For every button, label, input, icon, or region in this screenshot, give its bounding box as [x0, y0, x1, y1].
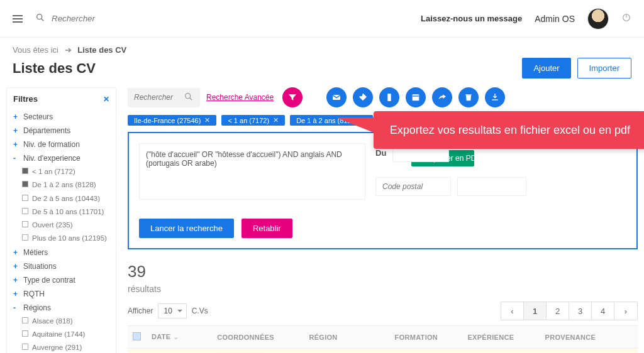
download-icon[interactable] [485, 87, 505, 107]
advanced-search-link[interactable]: Recherche Avancée [206, 93, 274, 102]
leave-message-link[interactable]: Laissez-nous un message [421, 14, 522, 23]
filter-sub-item[interactable]: Auvergne (291) [22, 341, 109, 353]
filters-title: Filtres [13, 94, 38, 104]
svg-point-4 [186, 93, 191, 98]
mail-icon[interactable] [326, 87, 347, 107]
toolbar-search-wrap [128, 88, 200, 107]
checkbox[interactable] [22, 208, 28, 214]
filter-sub-item[interactable]: Ouvert (235) [22, 219, 109, 232]
checkbox[interactable] [22, 168, 28, 174]
add-button[interactable]: Ajouter [522, 58, 570, 79]
trash-icon[interactable] [458, 87, 479, 107]
col-coord[interactable]: COORDONNÉES [212, 326, 304, 349]
global-search-input[interactable] [52, 14, 177, 23]
filter-icon[interactable] [282, 87, 303, 107]
import-button[interactable]: Importer [577, 58, 631, 79]
postal-code-input[interactable] [375, 177, 451, 196]
results-table: DATE ⌄ COORDONNÉES RÉGION FORMATION EXPÉ… [128, 325, 638, 353]
filter-sub-item[interactable]: Alsace (818) [22, 315, 109, 328]
filter-item[interactable]: RQTH [13, 287, 109, 301]
col-provenance[interactable]: PROVENANCE [540, 326, 638, 349]
breadcrumb: Vous êtes ici ➔ Liste des CV [0, 38, 644, 55]
page-number[interactable]: 3 [569, 302, 592, 320]
calendar-icon[interactable] [406, 87, 426, 107]
date-from-label: Du [375, 148, 386, 158]
topbar: Laissez-nous un message Admin OS [0, 0, 644, 38]
breadcrumb-root: Vous êtes ici [13, 45, 58, 55]
close-icon[interactable]: ✕ [103, 95, 109, 104]
checkbox[interactable] [22, 317, 28, 323]
page-next[interactable]: › [614, 302, 637, 320]
chevron-down-icon: ⌄ [173, 333, 179, 340]
page-number[interactable]: 1 [524, 302, 547, 320]
filter-item[interactable]: Régions [13, 301, 109, 315]
filter-item[interactable]: Métiers [13, 246, 109, 259]
svg-point-0 [37, 14, 42, 19]
filter-tag[interactable]: < 1 an (7172) ✕ [221, 115, 285, 126]
svg-rect-11 [466, 94, 472, 95]
chevron-right-icon: ➔ [65, 45, 72, 55]
main-content: Recherche Avancée ◻ Exporter en CSV ◻ Ex… [128, 87, 638, 353]
page-number[interactable]: 2 [547, 302, 569, 320]
row-formation: BAC+4 [390, 349, 463, 354]
launch-search-button[interactable]: Lancer la recherche [139, 219, 234, 238]
checkbox[interactable] [22, 221, 28, 227]
svg-rect-12 [492, 99, 498, 100]
page-number[interactable]: 4 [592, 302, 614, 320]
checkbox[interactable] [22, 330, 28, 337]
display-before-label: Afficher [128, 307, 153, 315]
filter-sub-item[interactable]: De 1 à 2 ans (8128) [22, 178, 109, 192]
topbar-right: Laissez-nous un message Admin OS [421, 8, 631, 30]
checkbox[interactable] [22, 234, 28, 241]
callout-tooltip: Exportez vos resultats en fichier excel … [374, 111, 644, 149]
checkbox[interactable] [22, 181, 28, 187]
col-formation[interactable]: FORMATION [390, 326, 463, 349]
menu-toggle-icon[interactable] [13, 13, 23, 24]
filter-item[interactable]: Niv. d'experience [13, 151, 109, 165]
filter-sub-item[interactable]: < 1 an (7172) [22, 165, 109, 178]
filter-tag[interactable]: Ile-de-France (27546) ✕ [128, 115, 216, 126]
results-controls: Afficher 10 C.Vs ‹ 1234› [128, 301, 638, 320]
page-title: Liste des CV [13, 60, 96, 77]
search-icon[interactable] [35, 13, 45, 24]
col-region[interactable]: RÉGION [304, 326, 389, 349]
power-icon[interactable] [621, 13, 631, 24]
tag-remove-icon[interactable]: ✕ [273, 116, 279, 124]
filter-item[interactable]: Niv. de formation [13, 138, 109, 151]
per-page-select[interactable]: 10 [158, 303, 186, 318]
filter-sub-item[interactable]: De 2 à 5 ans (10443) [22, 192, 109, 205]
table-row[interactable]: 22/05/2017 👁 ⬇ ████ ████ Ile-de-France H… [128, 349, 638, 354]
checkbox[interactable] [22, 344, 28, 350]
filter-item[interactable]: Secteurs [13, 110, 109, 124]
page-header: Liste des CV Ajouter Importer [0, 55, 644, 87]
display-after-label: C.Vs [192, 307, 208, 315]
reset-button[interactable]: Retablir [242, 219, 292, 238]
search-icon[interactable] [184, 92, 194, 104]
distance-input[interactable] [457, 177, 526, 196]
page-prev[interactable]: ‹ [501, 302, 524, 320]
filter-sub-item[interactable]: Plus de 10 ans (12195) [22, 232, 109, 245]
col-date[interactable]: DATE ⌄ [147, 326, 212, 349]
svg-line-5 [190, 97, 192, 100]
query-textarea[interactable]: ("hôte d'accueil" OR "hôtesse d'accueil"… [139, 143, 365, 200]
filters-sidebar: Filtres ✕ SecteursDépartementsNiv. de fo… [6, 87, 116, 353]
filter-sub-item[interactable]: De 5 à 10 ans (11701) [22, 205, 109, 219]
row-region: Ile-de-France Hauts-de-Seine [304, 349, 389, 354]
svg-rect-9 [413, 94, 419, 100]
filter-item[interactable]: Situations [13, 259, 109, 273]
mobile-icon[interactable] [379, 87, 399, 107]
filter-sub-item[interactable]: Aquitaine (1744) [22, 328, 109, 341]
avatar[interactable] [587, 8, 609, 30]
toolbar-search-input[interactable] [134, 93, 184, 102]
breadcrumb-current: Liste des CV [77, 45, 126, 55]
select-all-checkbox[interactable] [133, 332, 141, 340]
share-icon[interactable] [432, 87, 452, 107]
col-experience[interactable]: EXPÉRIENCE [462, 326, 540, 349]
tag-remove-icon[interactable]: ✕ [204, 116, 210, 124]
results-label: résultats [128, 284, 638, 294]
results-count: 39 [128, 262, 146, 281]
checkbox[interactable] [22, 195, 28, 201]
filter-item[interactable]: Type de contrat [13, 273, 109, 287]
filter-item[interactable]: Départements [13, 124, 109, 138]
tag-icon[interactable] [353, 87, 373, 107]
